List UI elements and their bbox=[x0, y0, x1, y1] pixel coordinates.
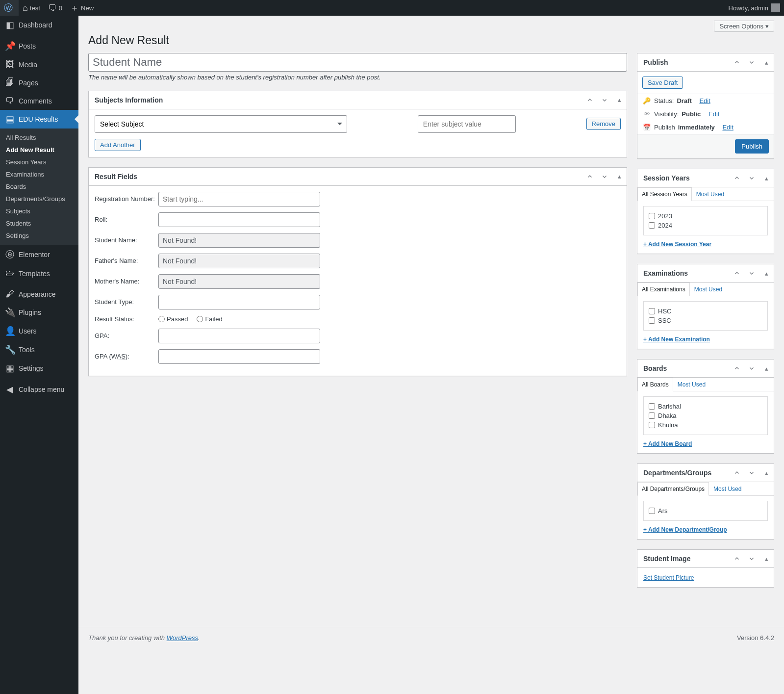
menu-elementor[interactable]: ⓔElementor bbox=[0, 245, 78, 264]
student-type-input[interactable] bbox=[158, 295, 320, 309]
submenu-boards[interactable]: Boards bbox=[0, 180, 78, 193]
tab-all-session-years[interactable]: All Session Years bbox=[637, 187, 692, 201]
menu-collapse[interactable]: ◀Collapse menu bbox=[0, 380, 78, 399]
box-move-up[interactable] bbox=[730, 53, 744, 71]
site-name-link[interactable]: ⌂test bbox=[19, 0, 44, 16]
tab-most-used-departments[interactable]: Most Used bbox=[709, 482, 746, 496]
gpa-input[interactable] bbox=[158, 329, 320, 343]
checkbox-department[interactable]: Ars bbox=[649, 506, 762, 515]
wp-logo[interactable]: ⓦ bbox=[0, 0, 19, 16]
edit-status-link[interactable]: Edit bbox=[699, 97, 710, 104]
menu-tools[interactable]: 🔧Tools bbox=[0, 340, 78, 359]
checkbox-examination[interactable]: SSC bbox=[649, 316, 762, 325]
box-move-up[interactable] bbox=[730, 360, 744, 377]
tab-most-used-session-years[interactable]: Most Used bbox=[692, 187, 729, 201]
tab-all-examinations[interactable]: All Examinations bbox=[637, 283, 690, 296]
box-move-down[interactable] bbox=[744, 169, 759, 187]
box-move-up[interactable] bbox=[730, 169, 744, 187]
add-new-department-link[interactable]: + Add New Department/Group bbox=[643, 526, 727, 533]
edit-publish-link[interactable]: Edit bbox=[722, 124, 733, 131]
box-move-down[interactable] bbox=[744, 464, 759, 482]
submenu-settings[interactable]: Settings bbox=[0, 230, 78, 242]
add-new-board-link[interactable]: + Add New Board bbox=[643, 440, 692, 447]
box-toggle[interactable]: ▴ bbox=[759, 360, 774, 377]
box-move-up[interactable] bbox=[582, 168, 597, 185]
submenu-add-new[interactable]: Add New Result bbox=[0, 144, 78, 156]
submenu-subjects[interactable]: Subjects bbox=[0, 205, 78, 217]
page-title: Add New Result bbox=[88, 34, 774, 47]
menu-plugins[interactable]: 🔌Plugins bbox=[0, 303, 78, 322]
comment-icon: 🗨 bbox=[48, 3, 57, 12]
box-move-up[interactable] bbox=[730, 264, 744, 282]
footer-version: Version 6.4.2 bbox=[737, 634, 774, 642]
box-move-down[interactable] bbox=[744, 53, 759, 71]
submenu-all-results[interactable]: All Results bbox=[0, 131, 78, 144]
tab-all-boards[interactable]: All Boards bbox=[637, 378, 673, 391]
checkbox-board[interactable]: Dhaka bbox=[649, 411, 762, 420]
my-account[interactable]: Howdy, admin bbox=[725, 0, 784, 16]
box-move-down[interactable] bbox=[744, 360, 759, 377]
publish-button[interactable]: Publish bbox=[735, 139, 769, 154]
save-draft-button[interactable]: Save Draft bbox=[642, 77, 683, 89]
tab-all-departments[interactable]: All Departments/Groups bbox=[637, 482, 709, 496]
add-new-session-year-link[interactable]: + Add New Session Year bbox=[643, 241, 711, 248]
checkbox-examination[interactable]: HSC bbox=[649, 307, 762, 316]
edit-visibility-link[interactable]: Edit bbox=[708, 110, 719, 118]
new-content-link[interactable]: ＋New bbox=[66, 0, 98, 16]
box-move-down[interactable] bbox=[597, 91, 612, 109]
box-toggle[interactable]: ▴ bbox=[759, 264, 774, 282]
status-passed-radio[interactable] bbox=[158, 316, 165, 322]
menu-appearance[interactable]: 🖌Appearance bbox=[0, 285, 78, 303]
add-another-button[interactable]: Add Another bbox=[95, 139, 141, 151]
checkbox-session-year[interactable]: 2023 bbox=[649, 211, 762, 221]
menu-comments[interactable]: 🗨Comments bbox=[0, 92, 78, 110]
subject-select[interactable]: Select Subject bbox=[95, 115, 347, 133]
menu-settings[interactable]: ▦Settings bbox=[0, 359, 78, 378]
roll-input[interactable] bbox=[158, 212, 320, 227]
result-fields-title: Result Fields bbox=[89, 168, 143, 185]
screen-options-button[interactable]: Screen Options ▾ bbox=[714, 21, 774, 32]
submenu-examinations[interactable]: Examinations bbox=[0, 168, 78, 180]
menu-users[interactable]: 👤Users bbox=[0, 322, 78, 340]
status-failed-option[interactable]: Failed bbox=[197, 315, 222, 323]
checkbox-session-year[interactable]: 2024 bbox=[649, 221, 762, 230]
tab-most-used-boards[interactable]: Most Used bbox=[673, 378, 710, 391]
subject-value-input[interactable] bbox=[418, 115, 516, 133]
box-move-up[interactable] bbox=[730, 464, 744, 482]
submenu-students[interactable]: Students bbox=[0, 217, 78, 230]
remove-button[interactable]: Remove bbox=[586, 118, 621, 130]
box-toggle[interactable]: ▴ bbox=[759, 53, 774, 71]
comments-link[interactable]: 🗨0 bbox=[44, 0, 66, 16]
tab-most-used-examinations[interactable]: Most Used bbox=[690, 283, 727, 296]
box-move-down[interactable] bbox=[597, 168, 612, 185]
box-move-up[interactable] bbox=[582, 91, 597, 109]
menu-dashboard[interactable]: ◧Dashboard bbox=[0, 16, 78, 34]
key-icon: 🔑 bbox=[642, 97, 651, 104]
box-toggle[interactable]: ▴ bbox=[612, 168, 627, 185]
status-failed-radio[interactable] bbox=[197, 316, 203, 322]
gpa-was-input[interactable] bbox=[158, 349, 320, 364]
reg-number-input[interactable] bbox=[158, 192, 320, 206]
checkbox-board[interactable]: Barishal bbox=[649, 402, 762, 411]
box-toggle[interactable]: ▴ bbox=[759, 169, 774, 187]
menu-edu-results[interactable]: ▤EDU Results bbox=[0, 110, 78, 129]
elementor-icon: ⓔ bbox=[5, 249, 15, 260]
menu-posts[interactable]: 📌Posts bbox=[0, 37, 78, 55]
box-move-down[interactable] bbox=[744, 550, 759, 567]
set-student-picture-link[interactable]: Set Student Picture bbox=[643, 574, 694, 581]
status-passed-option[interactable]: Passed bbox=[158, 315, 188, 323]
box-toggle[interactable]: ▴ bbox=[759, 550, 774, 567]
box-toggle[interactable]: ▴ bbox=[759, 464, 774, 482]
menu-pages[interactable]: 🗐Pages bbox=[0, 74, 78, 92]
wordpress-link[interactable]: WordPress bbox=[167, 634, 198, 642]
box-move-down[interactable] bbox=[744, 264, 759, 282]
add-new-examination-link[interactable]: + Add New Examination bbox=[643, 336, 710, 343]
box-toggle[interactable]: ▴ bbox=[612, 91, 627, 109]
title-input[interactable] bbox=[88, 53, 627, 72]
checkbox-board[interactable]: Khulna bbox=[649, 420, 762, 430]
submenu-session-years[interactable]: Session Years bbox=[0, 156, 78, 168]
menu-templates[interactable]: 🗁Templates bbox=[0, 264, 78, 283]
menu-media[interactable]: 🖾Media bbox=[0, 55, 78, 74]
submenu-departments[interactable]: Departments/Groups bbox=[0, 193, 78, 205]
box-move-up[interactable] bbox=[730, 550, 744, 567]
